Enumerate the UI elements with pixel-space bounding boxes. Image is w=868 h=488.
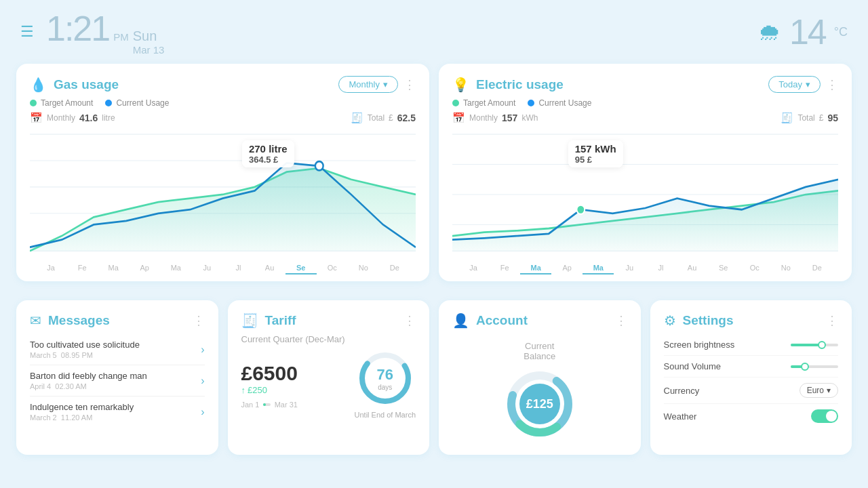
gas-x-label[interactable]: No (348, 264, 379, 274)
svg-point-7 (315, 161, 323, 170)
electric-x-label[interactable]: Ju (614, 264, 645, 274)
gas-x-label[interactable]: De (379, 264, 410, 274)
electric-x-label[interactable]: Se (708, 264, 739, 274)
settings-label: Sound Volume (664, 361, 722, 371)
message-item[interactable]: Too cultivated use solicitude March 5 08… (30, 334, 205, 365)
temp-unit: °C (834, 25, 848, 39)
gas-title: Gas usage (54, 77, 119, 92)
settings-card: ⚙ Settings ⋮ Screen brightness Sound Vol… (650, 300, 852, 455)
tariff-amount: £6500 ↑ £250 Jan 1 Mar 31 (241, 362, 298, 409)
gas-x-label[interactable]: Au (254, 264, 285, 274)
svg-marker-6 (30, 163, 416, 251)
settings-row: Sound Volume (664, 356, 839, 378)
settings-label: Weather (664, 411, 697, 422)
svg-point-15 (576, 205, 585, 214)
date-day: Sun (133, 28, 165, 44)
electric-x-label[interactable]: De (802, 264, 833, 274)
electric-legend: Target Amount Current Usage (452, 98, 838, 108)
messages-title: Messages (48, 313, 110, 328)
account-more-button[interactable]: ⋮ (615, 313, 627, 328)
tariff-body: £6500 ↑ £250 Jan 1 Mar 31 (241, 351, 416, 419)
electric-x-label[interactable]: Jl (645, 264, 676, 274)
tariff-mar-label: Mar 31 (275, 401, 298, 409)
gas-card-header: 💧 Gas usage Monthly ▾ ⋮ (30, 76, 416, 93)
svg-marker-14 (452, 180, 838, 251)
electric-x-label[interactable]: Fe (489, 264, 520, 274)
settings-title: Settings (683, 313, 734, 328)
gas-x-label[interactable]: Ju (191, 264, 222, 274)
electric-x-label[interactable]: Ja (458, 264, 489, 274)
electric-x-label[interactable]: No (770, 264, 802, 274)
message-item[interactable]: Barton did feebly change man April 4 02.… (30, 365, 205, 396)
account-balance-amount: £125 (519, 384, 560, 424)
gas-x-label[interactable]: Fe (66, 264, 98, 274)
slider-track[interactable] (791, 344, 838, 346)
message-item[interactable]: Indulgence ten remarkably March 2 11.20 … (30, 396, 205, 427)
gas-x-label[interactable]: Ja (35, 264, 66, 274)
tariff-card: 🧾 Tariff ⋮ Current Quarter (Dec-Mar) £65… (228, 300, 430, 455)
gas-x-label[interactable]: Ap (129, 264, 160, 274)
tariff-icon: 🧾 (241, 312, 258, 329)
gas-x-label[interactable]: Se (285, 264, 317, 274)
messages-card: ✉ Messages ⋮ Too cultivated use solicitu… (16, 300, 218, 455)
gas-x-label[interactable]: Ma (98, 264, 129, 274)
menu-icon[interactable]: ☰ (20, 23, 34, 41)
circle-days: 76 days (377, 366, 393, 391)
gas-legend: Target Amount Current Usage (30, 98, 416, 108)
tariff-big-amount: £6500 (241, 362, 298, 385)
tariff-circle-wrap: 76 days Until End of March (355, 351, 416, 419)
electric-icon: 💡 (452, 77, 469, 93)
toggle-knob (826, 411, 837, 422)
messages-more-button[interactable]: ⋮ (193, 313, 205, 328)
electric-stats-row: 📅 Monthly 157 kWh 🧾 Total £ 95 (452, 112, 838, 124)
account-card: 👤 Account ⋮ CurrentBalance £125 (439, 300, 641, 455)
settings-row: Screen brightness (664, 334, 839, 356)
account-balance-label: CurrentBalance (524, 341, 555, 361)
account-donut: £125 (502, 367, 577, 441)
msg-arrow-icon: › (201, 406, 204, 418)
electric-card: 💡 Electric usage Today ▾ ⋮ Target Amount… (439, 64, 852, 281)
time-ampm: PM (113, 31, 129, 43)
electric-x-label[interactable]: Ma (583, 264, 614, 274)
electric-more-button[interactable]: ⋮ (826, 77, 838, 92)
electric-controls: Today ▾ ⋮ (768, 76, 838, 93)
electric-today-dropdown[interactable]: Today ▾ (768, 76, 821, 93)
currency-select[interactable]: Euro▾ (800, 383, 838, 398)
tariff-title-row: 🧾 Tariff (241, 312, 296, 329)
slider-track[interactable] (791, 365, 838, 368)
electric-monthly-stat: 📅 Monthly 157 kWh (452, 112, 538, 124)
gas-x-label[interactable]: Jl (222, 264, 254, 274)
electric-x-label[interactable]: Ma (520, 264, 551, 274)
electric-legend-current: Current Usage (528, 98, 591, 108)
bill-icon: 🧾 (351, 112, 363, 124)
messages-icon: ✉ (30, 312, 41, 329)
gas-more-button[interactable]: ⋮ (403, 77, 416, 92)
tariff-more-button[interactable]: ⋮ (403, 313, 416, 328)
date-block: Sun Mar 13 (133, 28, 165, 56)
settings-rows: Screen brightness Sound Volume CurrencyE… (664, 334, 839, 428)
electric-x-label[interactable]: Ap (551, 264, 583, 274)
electric-monthly-value: 157 (502, 113, 517, 123)
elec-bill-icon: 🧾 (781, 112, 793, 124)
messages-header: ✉ Messages ⋮ (30, 312, 205, 329)
header-right: 🌧 14 °C (758, 12, 848, 52)
electric-x-label[interactable]: Oc (739, 264, 770, 274)
target-dot (30, 100, 37, 106)
tariff-period: Current Quarter (Dec-Mar) (241, 334, 416, 344)
gas-monthly-dropdown[interactable]: Monthly ▾ (338, 76, 398, 93)
gas-x-labels: JaFeMaApMaJuJlAuSeOcNoDe (30, 264, 416, 274)
bottom-grid: ✉ Messages ⋮ Too cultivated use solicitu… (0, 300, 868, 464)
gas-x-label[interactable]: Ma (160, 264, 191, 274)
settings-title-row: ⚙ Settings (664, 312, 734, 329)
msg-arrow-icon: › (201, 344, 204, 356)
msg-date: March 2 11.20 AM (30, 413, 134, 422)
gas-monthly-stat: 📅 Monthly 41.6 litre (30, 112, 115, 124)
settings-icon: ⚙ (664, 312, 676, 329)
tariff-sub-amount: ↑ £250 (241, 385, 298, 395)
settings-more-button[interactable]: ⋮ (826, 313, 838, 328)
weather-toggle[interactable] (811, 409, 838, 423)
gas-x-label[interactable]: Oc (317, 264, 348, 274)
electric-total-value: 95 (827, 113, 838, 123)
electric-x-label[interactable]: Au (677, 264, 708, 274)
elec-current-dot (528, 100, 534, 106)
